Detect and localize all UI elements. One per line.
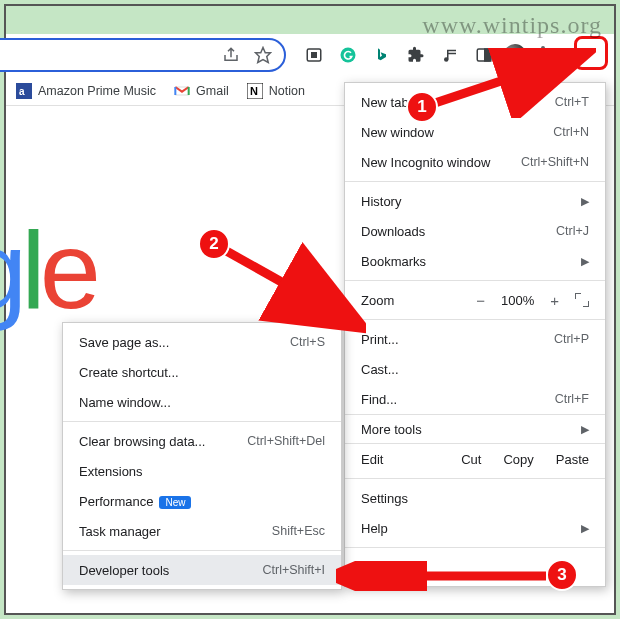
submenu-name-window[interactable]: Name window... [63,387,341,417]
menu-label: Create shortcut... [79,365,179,380]
menu-history[interactable]: History▶ [345,186,605,216]
menu-settings[interactable]: Settings [345,483,605,513]
menu-label: Settings [361,491,408,506]
menu-separator [345,547,605,548]
share-icon[interactable] [222,46,240,64]
menu-shortcut: Ctrl+S [290,335,325,349]
submenu-task-manager[interactable]: Task managerShift+Esc [63,516,341,546]
sidepanel-icon[interactable] [474,45,494,65]
menu-label: Save page as... [79,335,169,350]
chrome-menu-button[interactable] [532,41,554,69]
bookmark-label: Amazon Prime Music [38,84,156,98]
chevron-right-icon: ▶ [581,522,589,535]
amazon-music-icon: a [16,83,32,99]
menu-more-tools[interactable]: More tools▶ [345,414,605,444]
grammarly-icon[interactable] [338,45,358,65]
chrome-main-menu: New tabCtrl+T New windowCtrl+N New Incog… [344,82,606,587]
menu-label: Exit [361,560,383,575]
menu-label: Edit [361,452,439,467]
music-icon[interactable] [440,45,460,65]
notion-icon: N [247,83,263,99]
menu-label: New Incognito window [361,155,490,170]
menu-label: Find... [361,392,397,407]
menu-label: Downloads [361,224,425,239]
submenu-developer-tools[interactable]: Developer toolsCtrl+Shift+I [63,555,341,585]
menu-shortcut: Ctrl+F [555,392,589,406]
menu-label: Extensions [79,464,143,479]
menu-exit[interactable]: Exit [345,552,605,582]
menu-shortcut: Ctrl+N [553,125,589,139]
menu-separator [345,319,605,320]
zoom-in-button[interactable]: + [546,292,563,309]
copy-button[interactable]: Copy [503,452,533,467]
menu-shortcut: Ctrl+T [555,95,589,109]
bookmark-label: Gmail [196,84,229,98]
browser-toolbar [6,34,614,76]
chevron-right-icon: ▶ [581,423,589,436]
menu-edit-row: Edit Cut Copy Paste [345,444,605,474]
menu-new-incognito[interactable]: New Incognito windowCtrl+Shift+N [345,147,605,177]
svg-point-3 [341,48,356,63]
zoom-out-button[interactable]: − [472,292,489,309]
svg-rect-6 [485,49,491,61]
menu-label: Help [361,521,388,536]
menu-bookmarks[interactable]: Bookmarks▶ [345,246,605,276]
menu-new-tab[interactable]: New tabCtrl+T [345,87,605,117]
menu-separator [63,550,341,551]
submenu-clear-browsing-data[interactable]: Clear browsing data...Ctrl+Shift+Del [63,426,341,456]
star-icon[interactable] [254,46,272,64]
bing-icon[interactable] [372,45,392,65]
profile-avatar[interactable] [504,44,526,66]
menu-separator [63,421,341,422]
submenu-save-page[interactable]: Save page as...Ctrl+S [63,327,341,357]
menu-label: Cast... [361,362,399,377]
paste-button[interactable]: Paste [556,452,589,467]
menu-label: New tab [361,95,409,110]
svg-marker-0 [256,48,271,63]
svg-point-4 [445,58,448,61]
menu-shortcut: Ctrl+J [556,224,589,238]
extensions-puzzle-icon[interactable] [406,45,426,65]
menu-label: Print... [361,332,399,347]
menu-help[interactable]: Help▶ [345,513,605,543]
menu-new-window[interactable]: New windowCtrl+N [345,117,605,147]
svg-text:a: a [19,86,25,97]
gmail-icon [174,83,190,99]
submenu-extensions[interactable]: Extensions [63,456,341,486]
zoom-value: 100% [501,293,534,308]
more-tools-submenu: Save page as...Ctrl+S Create shortcut...… [62,322,342,590]
menu-label: Zoom [361,293,394,308]
menu-label: More tools [361,422,422,437]
menu-shortcut: Ctrl+Shift+I [262,563,325,577]
submenu-performance[interactable]: PerformanceNew [63,486,341,516]
fullscreen-icon[interactable] [575,293,589,307]
menu-downloads[interactable]: DownloadsCtrl+J [345,216,605,246]
menu-label: Developer tools [79,563,169,578]
menu-print[interactable]: Print...Ctrl+P [345,324,605,354]
google-logo: gle [0,206,95,333]
bookmark-amazon-music[interactable]: a Amazon Prime Music [16,83,156,99]
reader-icon[interactable] [304,45,324,65]
bookmark-gmail[interactable]: Gmail [174,83,229,99]
menu-shortcut: Shift+Esc [272,524,325,538]
menu-label: New window [361,125,434,140]
menu-shortcut: Ctrl+Shift+N [521,155,589,169]
menu-separator [345,478,605,479]
svg-text:N: N [250,85,258,97]
menu-label: History [361,194,401,209]
svg-line-14 [221,248,351,321]
menu-label: Clear browsing data... [79,434,205,449]
menu-zoom: Zoom − 100% + [345,285,605,315]
menu-shortcut: Ctrl+Shift+Del [247,434,325,448]
chevron-right-icon: ▶ [581,255,589,268]
menu-find[interactable]: Find...Ctrl+F [345,384,605,414]
submenu-create-shortcut[interactable]: Create shortcut... [63,357,341,387]
cut-button[interactable]: Cut [461,452,481,467]
extension-icons [304,45,494,65]
bookmark-notion[interactable]: N Notion [247,83,305,99]
omnibox[interactable] [0,38,286,72]
menu-label: Task manager [79,524,161,539]
menu-cast[interactable]: Cast... [345,354,605,384]
chevron-right-icon: ▶ [581,195,589,208]
menu-shortcut: Ctrl+P [554,332,589,346]
